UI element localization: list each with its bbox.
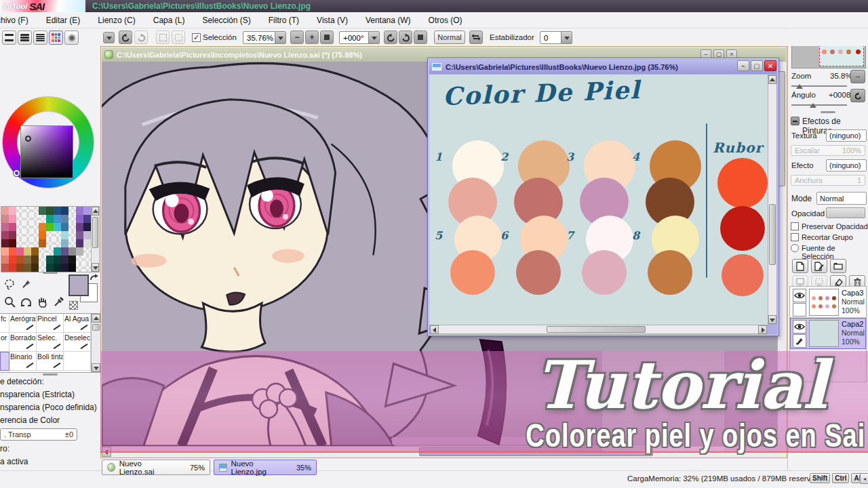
opacidad-slider[interactable] [826, 207, 865, 218]
swatch-cell[interactable] [31, 223, 39, 231]
tool-al-agua[interactable]: Al Agua [64, 314, 91, 333]
layer-paint-indicator[interactable] [793, 334, 806, 348]
swatch-cell[interactable] [83, 207, 91, 215]
swatch-cell[interactable] [76, 239, 83, 247]
canvas-horizontal-scrollbar[interactable] [102, 446, 777, 457]
swatch-cell[interactable] [39, 207, 46, 215]
swatch-cell[interactable] [61, 239, 68, 247]
undo-button[interactable] [119, 30, 132, 44]
swatch-cell[interactable] [68, 223, 76, 231]
swatch-cell[interactable] [39, 256, 46, 264]
swatch-cell[interactable] [31, 256, 39, 264]
toolbar-dropdown-button[interactable] [103, 32, 115, 43]
layer-row-capa2[interactable]: Capa2Normal100% [790, 318, 866, 349]
swatch-cell[interactable] [24, 256, 31, 264]
swatch-view-wide-bars-button[interactable] [18, 30, 32, 45]
swatch-cell[interactable] [76, 223, 83, 231]
new-layer-button[interactable] [792, 259, 808, 273]
swatch-cell[interactable] [39, 264, 46, 272]
swatch-cell[interactable] [46, 231, 54, 239]
swatch-cell[interactable] [46, 223, 54, 231]
tool-fc[interactable]: fc [0, 314, 9, 333]
redo-button[interactable] [134, 30, 148, 44]
close-button[interactable]: ✕ [764, 60, 776, 71]
swatch-cell[interactable] [61, 247, 68, 256]
swatch-cell[interactable] [1, 207, 9, 215]
swatch-cell[interactable] [68, 239, 76, 247]
zoom-combo-arrow[interactable] [275, 32, 285, 43]
swatch-cell[interactable] [39, 231, 46, 239]
selection-move-button[interactable] [156, 30, 170, 44]
swatch-cell[interactable] [39, 239, 46, 247]
swatch-cell[interactable] [54, 223, 61, 231]
fuente-seleccion-radio[interactable] [791, 244, 799, 252]
rotate-ccw-button[interactable] [384, 30, 397, 44]
swatch-cell[interactable] [68, 215, 76, 223]
swatch-cell[interactable] [46, 264, 54, 272]
swatch-cell[interactable] [24, 264, 31, 272]
swatch-cell[interactable] [61, 215, 68, 223]
swatch-cell[interactable] [46, 247, 54, 256]
tool-deselec-[interactable]: Deselec. [64, 333, 91, 352]
new-folder-button[interactable] [830, 259, 846, 273]
swatch-cell[interactable] [31, 239, 39, 247]
swatch-cell[interactable] [16, 215, 24, 223]
scroll-left-button[interactable] [102, 447, 111, 457]
tab-nuevo-lienzo-jpg[interactable]: Nuevo Lienzo.jpg35% [214, 460, 317, 475]
swatch-view-bars-button[interactable] [2, 30, 16, 45]
float-horizontal-scrollbar[interactable] [429, 325, 768, 334]
swatch-cell[interactable] [9, 215, 16, 223]
swatch-cell[interactable] [24, 215, 31, 223]
tool-boli-tinta[interactable]: Boli tinta [37, 352, 64, 371]
menu-item-archivo[interactable]: Archivo (F) [0, 13, 37, 28]
swatch-cell[interactable] [24, 239, 31, 247]
textura-combo[interactable]: (ninguno) [826, 129, 867, 142]
swatch-cell[interactable] [54, 239, 61, 247]
menu-item-seleccin[interactable]: Selección (S) [193, 13, 259, 28]
tool-borrador[interactable]: Borrador [9, 333, 37, 352]
swatch-cell[interactable] [83, 247, 91, 256]
swatch-cell[interactable] [16, 239, 24, 247]
layer-row-capa3[interactable]: Capa3Normal100% [790, 287, 866, 318]
swatch-cell[interactable] [61, 223, 68, 231]
swatch-cell[interactable] [83, 239, 91, 247]
swatch-cell[interactable] [9, 231, 16, 239]
float-canvas[interactable]: Color De Piel Rubor 12345678 [429, 75, 768, 325]
scrollbar-thumb[interactable] [92, 217, 98, 248]
swatch-cell[interactable] [46, 239, 54, 247]
transparency-swatch[interactable] [69, 301, 78, 310]
scroll-up-button[interactable] [92, 314, 100, 323]
swatch-cell[interactable] [9, 256, 16, 264]
transp-field[interactable]: . Transp±0 [0, 428, 77, 441]
swatch-cell[interactable] [9, 223, 16, 231]
selection-transform-button[interactable] [172, 30, 185, 44]
swatch-cell[interactable] [16, 207, 24, 215]
scrollbar-thumb[interactable] [419, 447, 653, 456]
magic-wand-tool[interactable] [18, 275, 34, 293]
scrollbar-thumb[interactable] [769, 204, 776, 265]
swatch-view-blur-button[interactable] [64, 30, 79, 45]
swatch-cell[interactable] [76, 247, 83, 256]
swatch-cell[interactable] [24, 223, 31, 231]
swatch-cell[interactable] [83, 264, 91, 272]
tool-empty[interactable] [0, 352, 9, 371]
lasso-tool[interactable] [1, 275, 18, 293]
rotate-cw-button[interactable] [399, 30, 412, 44]
swatch-cell[interactable] [9, 239, 16, 247]
swatch-cell[interactable] [1, 247, 9, 256]
scrollbar-thumb[interactable] [92, 324, 100, 331]
estabilizador-combo[interactable]: 0 [540, 31, 572, 44]
swatch-cell[interactable] [46, 256, 54, 264]
swatch-cell[interactable] [61, 207, 68, 215]
swatch-view-grid-button[interactable] [49, 30, 63, 45]
tab-nuevo-lienzo-sai[interactable]: Nuevo Lienzo.sai75% [102, 460, 210, 475]
swatch-cell[interactable] [1, 223, 9, 231]
angle-slider-thumb[interactable] [810, 100, 816, 108]
swatch-cell[interactable] [31, 264, 39, 272]
swap-colors-icon[interactable] [90, 274, 99, 283]
scrollbar-thumb[interactable] [547, 326, 646, 333]
swatch-cell[interactable] [61, 264, 68, 272]
float-window-titlebar[interactable]: C:\Users\Gabriela\Pictures\IllustBooks\N… [429, 60, 777, 74]
scroll-down-button[interactable] [768, 315, 776, 324]
angle-combo[interactable]: +000° [339, 31, 380, 44]
